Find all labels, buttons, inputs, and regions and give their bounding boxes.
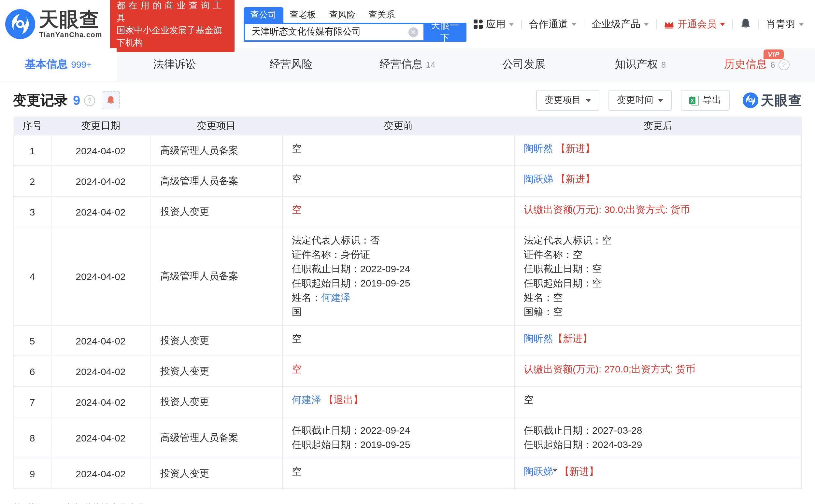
change-item: 投资人变更 [150,386,282,417]
cell-line: 任职截止日期：空 [524,262,792,276]
nav-partner[interactable]: 合作通道 [522,18,584,30]
nav-user[interactable]: 肖青羽 [759,18,811,30]
tab-basic-info[interactable]: 基本信息 999+ [0,48,116,81]
section-title: 变更记录 [13,91,68,109]
row-index: 7 [13,386,51,417]
main-content: 变更记录 9 ? 变更项目 变更时间 [0,88,815,504]
search-box: ✕ [244,22,424,41]
cell-line: 空 [292,464,505,479]
tab-label: 知识产权 [615,57,658,72]
chevron-down-icon [644,22,649,26]
nav-vip[interactable]: 开通会员 [657,18,732,30]
table-row: 82024-04-02高级管理人员备案任职截止日期：2022-09-24任职起始… [13,417,802,458]
svg-text:X: X [691,98,694,103]
person-link[interactable]: 何建泽 [321,292,350,303]
chevron-down-icon [799,22,804,26]
nav-apps[interactable]: 应用 [467,18,521,30]
filter-change-item-button[interactable]: 变更项目 [536,90,599,111]
person-link[interactable]: 陶昕然 [524,143,553,154]
cell-line: 何建泽 【退出】 [292,393,505,407]
tab-count: 8 [661,60,666,69]
tab-history-info[interactable]: VIP 历史信息 6 ? [699,48,815,81]
person-link[interactable]: 陶跃娣 [524,173,553,184]
logo-name: 天眼查 [39,10,102,29]
cell-text: 任职截止日期：2022-09-24 [292,263,410,274]
change-before: 何建泽 【退出】 [282,386,514,417]
tab-intellectual-property[interactable]: 知识产权 8 [582,48,698,81]
search-tab-boss[interactable]: 查老板 [283,7,322,22]
table-row: 32024-04-02投资人变更空认缴出资额(万元): 30.0;出资方式: 货… [13,196,802,227]
tab-label: 基本信息 [25,57,68,72]
cell-text: 空 [292,173,302,184]
change-date: 2024-04-02 [51,458,150,489]
change-before: 任职截止日期：2022-09-24任职起始日期：2019-09-25 [282,417,514,458]
filter-change-time-button[interactable]: 变更时间 [609,90,672,111]
tianyancha-logo[interactable]: 天眼查 TianYanCha.com [5,9,102,39]
changed-value: 【新进】 [556,173,595,184]
export-button[interactable]: X 导出 [681,90,730,111]
search-tab-company[interactable]: 查公司 [244,7,283,22]
logo-domain: TianYanCha.com [39,31,102,38]
cell-line: 陶跃娣* 【新进】 [524,464,792,479]
bell-icon [740,18,751,30]
tab-operating-risk[interactable]: 经营风险 [233,48,349,81]
tab-label: 经营风险 [270,57,313,72]
tab-label: 经营信息 [380,57,423,72]
tab-company-development[interactable]: 公司发展 [466,48,582,81]
changed-value: 【新进】 [553,333,592,344]
grid-icon [474,20,483,29]
col-header-before: 变更前 [282,117,514,135]
cell-text: 国 [292,306,302,317]
cell-line: 认缴出资额(万元): 270.0;出资方式: 货币 [524,362,792,376]
brand-slogan-badge: 都在用的商业查询工具 国家中小企业发展子基金旗下机构 [110,0,235,52]
person-link[interactable]: 陶昕然 [524,333,553,344]
subscribe-bell-button[interactable] [102,91,120,109]
person-link[interactable]: 陶跃娣 [524,466,553,477]
person-link[interactable]: 何建泽 [292,394,321,405]
row-index: 3 [13,196,51,227]
cell-line: 空 [292,362,505,376]
search-tab-relation[interactable]: 查关系 [362,7,401,22]
nav-notifications[interactable] [733,18,758,30]
swirl-logo-icon [743,92,758,108]
cell-line: 法定代表人标识：空 [524,233,792,247]
change-after: 陶昕然【新进】 [514,325,802,356]
nav-apps-label: 应用 [486,18,506,30]
changed-value: 空 [292,363,302,374]
chevron-down-icon [509,22,514,26]
cell-line: 空 [292,203,505,217]
cell-line: 任职截止日期：2022-09-24 [292,262,505,276]
nav-partner-label: 合作通道 [529,18,568,30]
cell-text: 法定代表人标识：否 [292,234,380,245]
tab-count: 999+ [71,59,91,70]
search-submit-button[interactable]: 天眼一下 [424,22,467,41]
export-label: 导出 [703,94,721,106]
search-area: 查公司 查老板 查风险 查关系 ✕ 天眼一下 [244,7,467,41]
tab-count: 6 [770,60,775,69]
cell-line: 空 [292,331,505,346]
change-before: 法定代表人标识：否证件名称：身份证任职截止日期：2022-09-24任职起始日期… [282,227,514,325]
tab-legal[interactable]: 法律诉讼 [116,48,232,81]
change-item: 投资人变更 [150,196,282,227]
crown-icon [664,20,674,28]
tab-business-info[interactable]: 经营信息 14 [349,48,466,81]
search-input[interactable] [250,26,409,38]
cell-text: 任职起始日期：2019-09-25 [292,277,410,288]
change-date: 2024-04-02 [51,325,150,356]
cell-line: 任职起始日期：2019-09-25 [292,438,505,452]
cell-line: 任职截止日期：2027-03-28 [524,423,792,438]
help-icon[interactable]: ? [84,95,95,106]
changed-value: 【新进】 [556,143,595,154]
cell-line: 法定代表人标识：否 [292,233,505,247]
cell-line: 空 [292,172,505,186]
nav-enterprise[interactable]: 企业级产品 [584,18,656,30]
change-after: 空 [514,386,802,417]
cell-line: 姓名：空 [524,290,792,305]
table-header-row: 序号 变更日期 变更项目 变更前 变更后 [13,117,802,135]
clear-search-icon[interactable]: ✕ [409,27,418,37]
change-item: 高级管理人员备案 [150,166,282,196]
cell-text: 任职起始日期：空 [524,277,602,288]
chevron-down-icon [658,99,663,102]
help-icon[interactable]: ? [779,59,790,70]
search-tab-risk[interactable]: 查风险 [322,7,362,22]
